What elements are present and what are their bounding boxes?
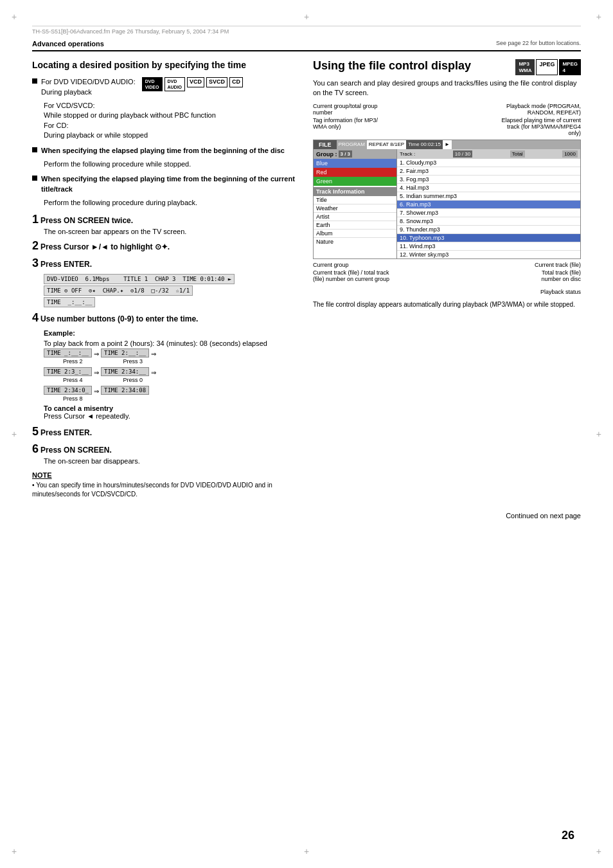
ann-group-total: Current group/total groupnumber bbox=[313, 103, 378, 116]
badge-dvd-video: DVDVIDEO bbox=[142, 77, 163, 91]
left-column: Locating a desired position by specifyin… bbox=[32, 59, 300, 499]
fcd-total-label: Total bbox=[510, 150, 525, 158]
fcd-track-header: Track : 10 / 30 Total 1000 bbox=[397, 149, 580, 159]
step-4-number: 4 bbox=[32, 311, 39, 324]
corner-mark-bl: + bbox=[12, 846, 17, 856]
step-6-desc: The on-screen bar disappears. bbox=[44, 457, 300, 465]
page-container: + + + + + + + + TH-S5-S51[B]-06Advanced.… bbox=[0, 0, 613, 868]
fcd-mode-program: PROGRAM bbox=[337, 140, 367, 149]
time-entry-press-labels-2: Press 4 Press 0 bbox=[44, 377, 300, 383]
bullet-square-2 bbox=[32, 147, 37, 152]
filename-bar: TH-S5-S51[B]-06Advanced.fm Page 26 Thurs… bbox=[32, 26, 581, 35]
onscreen-bar-2: TIME ⊙ OFF ⊙✦ CHAP.✦ ⊙1/8 □-/32 ☆1/1 bbox=[44, 285, 193, 296]
press-col-3a: TIME 2:34:0_ bbox=[44, 386, 92, 395]
cancel-desc: Press Cursor ◄ repeatedly. bbox=[44, 412, 130, 420]
step-6-text: Press ON SCREEN. bbox=[40, 446, 112, 455]
press-col-1a: TIME _:__:__ bbox=[44, 348, 92, 357]
ann-playback-mode: Playback mode (PROGRAM,RANDOM, REPEAT) bbox=[506, 103, 581, 116]
ann-bottom-row-2: Current track (file) / total track(file)… bbox=[313, 269, 581, 295]
corner-mark-bm: + bbox=[304, 846, 309, 856]
press-4-label: Press 4 bbox=[63, 377, 83, 383]
section-title: Advanced operations bbox=[32, 40, 104, 48]
fcd-info-weather: Weather bbox=[314, 204, 396, 213]
fcd-modes: PROGRAM REPEAT 8/1EP Time 00:02:15 ► bbox=[337, 140, 581, 149]
note-title: NOTE bbox=[32, 471, 300, 479]
corner-mark-tr: + bbox=[596, 12, 601, 22]
track-3: 3. Fog.mp3 bbox=[397, 176, 580, 184]
right-intro: You can search and play desired groups a… bbox=[313, 78, 581, 98]
step-5-text: Press ENTER. bbox=[40, 428, 92, 437]
step-1-desc: The on-screen bar appears on the TV scre… bbox=[44, 228, 300, 235]
step-1: 1 Press ON SCREEN twice. The on-screen b… bbox=[32, 213, 300, 235]
badge-dvd-audio: DVDAUDIO bbox=[164, 77, 186, 91]
page-header: Advanced operations See page 22 for butt… bbox=[32, 40, 581, 51]
fcd-info-nature: Nature bbox=[314, 238, 396, 246]
ann-tag-info: Tag information (for MP3/WMA only) bbox=[313, 117, 378, 136]
arrow-1b: ⇒ bbox=[151, 350, 156, 357]
time-entry-press-labels-3: Press 8 bbox=[44, 395, 300, 402]
step-2-text: Press Cursor ►/◄ to highlight ⊙✦. bbox=[40, 242, 170, 251]
fcd-right-panel: Track : 10 / 30 Total 1000 1. Cloudy.mp3… bbox=[397, 149, 580, 258]
bullet-3-sub: Perform the following procedure during p… bbox=[44, 198, 300, 208]
time-box-2b: TIME 2:34:__ bbox=[101, 367, 149, 376]
right-column: MP3WMA JPEG MPEG4 Using the file control… bbox=[313, 59, 581, 499]
bullet-2-sub: Perform the following procedure while st… bbox=[44, 159, 300, 169]
track-8: 8. Snow.mp3 bbox=[397, 217, 580, 226]
time-entry-row-1: TIME _:__:__ ⇒ TIME 2:__:__ ⇒ bbox=[44, 348, 300, 357]
corner-mark-tm: + bbox=[304, 12, 309, 22]
badge-svcd: SVCD bbox=[206, 77, 227, 87]
fcd-rows: Group : 3 / 3 Blue Red Green Track Infor… bbox=[314, 149, 580, 258]
onscreen-bar-1: DVD-VIDEO 6.1Mbps TITLE 1 CHAP 3 TIME 0:… bbox=[44, 274, 235, 284]
time-box-1a: TIME _:__:__ bbox=[44, 348, 92, 357]
ann-track-file-total: Current track (file) / total track(file)… bbox=[313, 269, 389, 295]
fcd-track-info-header: Track Information bbox=[314, 187, 396, 196]
note-section: NOTE • You can specify time in hours/min… bbox=[32, 471, 300, 499]
step-5: 5 Press ENTER. bbox=[32, 425, 300, 439]
press-8-label: Press 8 bbox=[63, 395, 83, 402]
time-entry-press-labels-1: Press 2 Press 3 bbox=[44, 358, 300, 365]
bullet-1-item: For DVD VIDEO/DVD AUDIO: During playback… bbox=[32, 77, 300, 97]
badge-jpeg: JPEG bbox=[536, 59, 558, 75]
bullet-square-1 bbox=[32, 78, 37, 84]
badge-vcd: VCD bbox=[187, 77, 204, 87]
fcd-total-num: 1000 bbox=[562, 150, 578, 158]
time-entry-row-3: TIME 2:34:0_ ⇒ TIME 2:34:08 bbox=[44, 386, 300, 395]
left-article-title: Locating a desired position by specifyin… bbox=[32, 59, 300, 71]
press-col-3b: TIME 2:34:08 bbox=[101, 386, 149, 395]
fcd-track-label: Track : bbox=[400, 151, 415, 157]
bullet-1-text: For DVD VIDEO/DVD AUDIO: During playback bbox=[41, 77, 136, 97]
bullet-2-section: When specifying the elapsed playing time… bbox=[32, 146, 300, 170]
step-2: 2 Press Cursor ►/◄ to highlight ⊙✦. bbox=[32, 239, 300, 253]
track-9: 9. Thunder.mp3 bbox=[397, 226, 580, 234]
time-box-3b: TIME 2:34:08 bbox=[101, 386, 149, 395]
file-control-display: FILE PROGRAM REPEAT 8/1EP Time 00:02:15 … bbox=[313, 140, 581, 259]
fcd-bottom-note: The file control display appears automat… bbox=[313, 300, 581, 309]
ann-elapsed: Elapsed playing time of currenttrack (fo… bbox=[501, 117, 581, 136]
fcd-group-blue: Blue bbox=[314, 159, 396, 168]
track-6: 6. Rain.mp3 bbox=[397, 201, 580, 209]
bullet-3-text: When specifying the elapsed playing time… bbox=[41, 174, 300, 194]
ann-top-row: Current group/total groupnumber Playback… bbox=[313, 103, 581, 116]
fcd-group-red: Red bbox=[314, 168, 396, 177]
step-6: 6 Press ON SCREEN. The on-screen bar dis… bbox=[32, 442, 300, 465]
ann-right-bottom: Total track (file)number on disc Playbac… bbox=[540, 269, 581, 295]
step-4-text: Use number buttons (0-9) to enter the ti… bbox=[40, 314, 198, 323]
continued-label: Continued on next page bbox=[32, 512, 581, 520]
page-number: 26 bbox=[562, 829, 574, 842]
badge-mp3-wma: MP3WMA bbox=[515, 59, 535, 75]
fcd-info-artist: Artist bbox=[314, 213, 396, 221]
media-badges-row: MP3WMA JPEG MPEG4 bbox=[515, 59, 581, 75]
badge-mpeg4: MPEG4 bbox=[559, 59, 581, 75]
fcd-group-header: Group : 3 / 3 bbox=[314, 149, 396, 159]
arrow-3: ⇒ bbox=[94, 388, 99, 395]
track-1: 1. Cloudy.mp3 bbox=[397, 159, 580, 167]
track-7: 7. Shower.mp3 bbox=[397, 209, 580, 217]
fcd-header-row: FILE PROGRAM REPEAT 8/1EP Time 00:02:15 … bbox=[314, 140, 580, 149]
cancel-section: To cancel a misentry Press Cursor ◄ repe… bbox=[44, 404, 300, 420]
ann-total-track-disc: Total track (file)number on disc bbox=[541, 269, 581, 282]
fcd-left-panel: Group : 3 / 3 Blue Red Green Track Infor… bbox=[314, 149, 397, 258]
fcd-info-earth: Earth bbox=[314, 221, 396, 230]
track-4: 4. Hail.mp3 bbox=[397, 184, 580, 192]
press-2-label: Press 2 bbox=[63, 358, 83, 365]
time-box-2a: TIME 2:3_:__ bbox=[44, 367, 92, 376]
